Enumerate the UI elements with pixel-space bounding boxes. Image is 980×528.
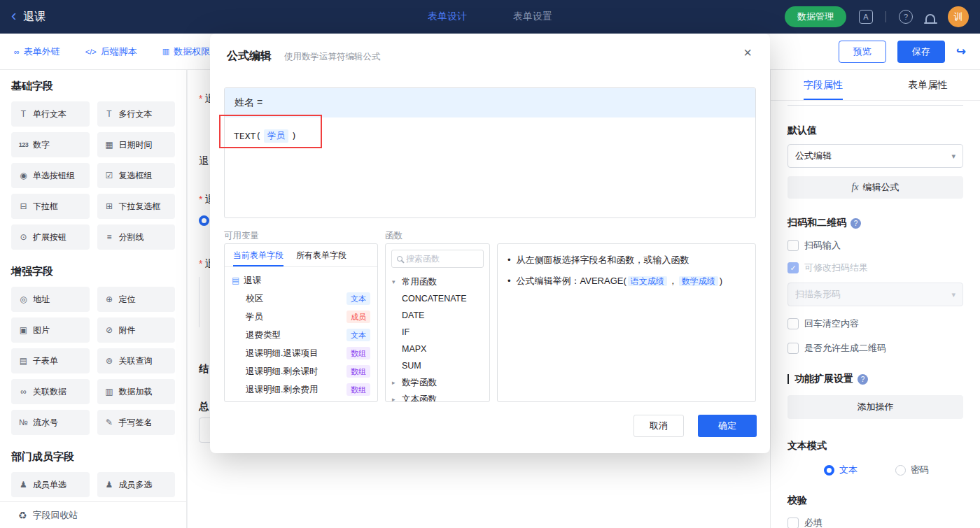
default-value-select[interactable]: 公式编辑 ▾ — [788, 144, 963, 168]
radio-text[interactable]: 文本 — [824, 464, 858, 476]
field-button[interactable]: ☑复选框组 — [97, 163, 176, 188]
confirm-button[interactable]: 确定 — [698, 415, 757, 437]
field-button[interactable]: ∞关联数据 — [11, 379, 90, 404]
signature-icon: ✎ — [104, 418, 115, 427]
radio-password[interactable]: 密码 — [895, 464, 929, 476]
function-tree: ▾常用函数CONCATENATEDATEIFMAPXSUM▸数学函数▸文本函数 — [386, 273, 489, 402]
variable-row[interactable]: 退课明细.剩余费用数组 — [225, 380, 377, 399]
tab-form-design[interactable]: 表单设计 — [428, 10, 467, 23]
checkbox-required[interactable]: 必填 — [788, 517, 963, 528]
function-item[interactable]: SUM — [386, 357, 489, 374]
help-icon[interactable]: ? — [850, 218, 861, 229]
language-icon[interactable]: A — [859, 10, 873, 24]
function-group[interactable]: ▸文本函数 — [386, 391, 489, 402]
script-icon: </> — [85, 48, 97, 56]
data-manage-button[interactable]: 数据管理 — [785, 6, 846, 27]
checkbox-label: 扫码输入 — [804, 239, 841, 252]
field-token[interactable]: 学员 — [264, 129, 288, 143]
avatar[interactable]: 训 — [948, 6, 969, 27]
function-group-label: 文本函数 — [402, 394, 437, 403]
variable-row[interactable]: 退课明细.退课项目数组 — [225, 344, 377, 362]
notification-bell-icon[interactable] — [925, 14, 935, 22]
field-button[interactable]: 123数字 — [11, 132, 90, 157]
selected-radio-fragment[interactable] — [199, 215, 209, 226]
field-button[interactable]: ⊕定位 — [97, 287, 176, 312]
field-button[interactable]: ⊚关联查询 — [97, 348, 176, 373]
function-item[interactable]: DATE — [386, 307, 489, 324]
modal-title: 公式编辑 — [227, 49, 272, 64]
location-icon: ⊕ — [104, 294, 115, 304]
save-button[interactable]: 保存 — [897, 41, 945, 63]
field-button[interactable]: №流水号 — [11, 410, 90, 435]
palette-section-title: 部门成员字段 — [11, 450, 175, 464]
help-panel: • 从左侧面板选择字段名和函数，或输入函数 • 公式编辑举例：AVERAGE(语… — [497, 243, 756, 402]
variable-row[interactable]: 学员成员 — [225, 308, 377, 326]
field-button[interactable]: ♟成员单选 — [11, 472, 90, 497]
variable-row[interactable]: 退课明细.剩余课时数组 — [225, 362, 377, 380]
chevron-down-icon: ▾ — [951, 290, 955, 299]
checkbox-scan-input[interactable]: 扫码输入 — [788, 239, 963, 252]
field-button[interactable]: ♟成员多选 — [97, 472, 176, 497]
recycle-label: 字段回收站 — [33, 509, 78, 522]
tab-all-form-fields[interactable]: 所有表单字段 — [296, 244, 346, 266]
toolbar-link[interactable]: ▥数据权限 — [162, 45, 210, 58]
field-button[interactable]: T多行文本 — [97, 101, 176, 127]
field-label: 多行文本 — [119, 108, 153, 120]
recycle-bin[interactable]: ♻ 字段回收站 — [0, 501, 186, 528]
formula-body[interactable]: TEXT( 学员 ) — [225, 117, 755, 155]
data-permission-icon: ▥ — [162, 47, 169, 56]
back-icon[interactable]: ‹ — [11, 8, 16, 24]
function-item[interactable]: CONCATENATE — [386, 290, 489, 307]
field-button[interactable]: ⊙扩展按钮 — [11, 224, 90, 250]
tab-form-settings[interactable]: 表单设置 — [513, 10, 552, 23]
help-icon[interactable]: ? — [899, 10, 913, 24]
field-button[interactable]: ≡分割线 — [97, 224, 176, 250]
image-icon: ▣ — [18, 325, 29, 335]
field-button[interactable]: ⊟下拉框 — [11, 194, 90, 219]
field-button[interactable]: ⊘附件 — [97, 317, 176, 343]
function-item[interactable]: IF — [386, 324, 489, 341]
edit-formula-button[interactable]: fx 编辑公式 — [788, 176, 963, 199]
checkbox-modify-scan-result[interactable]: ✓ 可修改扫码结果 — [788, 262, 963, 274]
tab-form-properties[interactable]: 表单属性 — [876, 70, 980, 100]
function-item[interactable]: MAPX — [386, 341, 489, 357]
help-icon[interactable]: ? — [858, 374, 868, 385]
checkbox-clear-on-enter[interactable]: 回车清空内容 — [788, 317, 963, 330]
page-title: 退课 — [23, 10, 46, 24]
field-button[interactable]: ▣图片 — [11, 317, 90, 343]
function-search-input[interactable] — [406, 254, 478, 264]
variable-row[interactable]: 校区文本 — [225, 290, 377, 308]
formula-editor[interactable]: 姓名 = TEXT( 学员 ) — [224, 87, 756, 218]
field-button[interactable]: T单行文本 — [11, 101, 90, 127]
share-icon[interactable]: ↪ — [956, 44, 966, 59]
function-search[interactable] — [391, 250, 484, 268]
tab-field-properties[interactable]: 字段属性 — [771, 70, 876, 100]
field-button[interactable]: ◉单选按钮组 — [11, 163, 90, 188]
close-icon[interactable]: × — [743, 45, 752, 61]
field-button[interactable]: ▤子表单 — [11, 348, 90, 373]
toolbar-link[interactable]: ∞表单外链 — [14, 45, 60, 58]
field-label: 单行文本 — [33, 108, 66, 120]
checkbox-allow-qrcode[interactable]: 是否允许生成二维码 — [788, 342, 963, 355]
field-button[interactable]: ▥数据加载 — [97, 379, 176, 404]
variable-name: 退课明细.剩余费用 — [246, 384, 318, 396]
function-group[interactable]: ▸数学函数 — [386, 374, 489, 391]
field-button[interactable]: ▦日期时间 — [97, 132, 176, 157]
checkbox-label: 是否允许生成二维码 — [804, 342, 886, 355]
field-button[interactable]: ⊞下拉复选框 — [97, 194, 176, 219]
tip-line: • 从左侧面板选择字段名和函数，或输入函数 — [507, 253, 746, 267]
variable-row[interactable]: 退费类型文本 — [225, 326, 377, 344]
field-button[interactable]: ✎手写签名 — [97, 410, 176, 435]
cancel-button[interactable]: 取消 — [634, 415, 684, 437]
address-icon: ◎ — [18, 294, 29, 304]
tree-root-form[interactable]: ▤ 退课 — [225, 271, 377, 290]
field-button[interactable]: ◎地址 — [11, 287, 90, 312]
preview-button[interactable]: 预览 — [839, 41, 886, 63]
text-mode-label: 文本模式 — [788, 440, 963, 452]
add-operation-button[interactable]: 添加操作 — [788, 395, 963, 419]
toolbar-link[interactable]: </>后端脚本 — [85, 45, 137, 58]
field-label: 下拉复选框 — [119, 201, 161, 213]
field-label: 手写签名 — [119, 417, 153, 429]
tab-current-form-fields[interactable]: 当前表单字段 — [233, 244, 284, 266]
function-group[interactable]: ▾常用函数 — [386, 273, 489, 290]
